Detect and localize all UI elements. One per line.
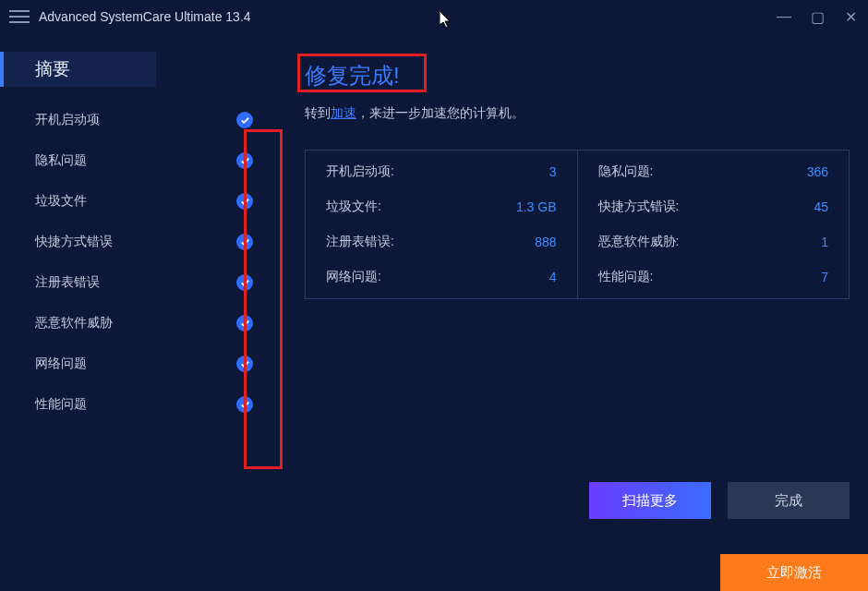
- check-icon: [236, 274, 253, 291]
- stat-row: 网络问题: 4: [306, 259, 577, 295]
- stat-label: 恶意软件威胁:: [598, 234, 680, 250]
- check-icon: [236, 193, 253, 210]
- sidebar-summary[interactable]: 摘要: [0, 46, 286, 92]
- stat-value: 888: [535, 235, 556, 249]
- stats-col-left: 开机启动项: 3 垃圾文件: 1.3 GB 注册表错误: 888 网络问题: 4: [306, 151, 578, 298]
- stat-row: 垃圾文件: 1.3 GB: [306, 189, 577, 224]
- window-controls: — ▢ ✕: [776, 8, 859, 26]
- sidebar-item-label: 性能问题: [35, 396, 87, 413]
- stat-label: 快捷方式错误:: [598, 199, 680, 215]
- stat-row: 快捷方式错误: 45: [578, 189, 850, 224]
- sidebar-item-startup[interactable]: 开机启动项: [0, 100, 286, 140]
- sidebar: 摘要 开机启动项 隐私问题 垃圾文件 快捷方式错误 注册表错误: [0, 33, 286, 591]
- scan-more-button[interactable]: 扫描更多: [589, 482, 711, 519]
- stat-row: 隐私问题: 366: [578, 154, 850, 189]
- content: 修复完成! 转到加速，来进一步加速您的计算机。 开机启动项: 3 垃圾文件: 1…: [286, 33, 868, 591]
- menu-icon[interactable]: [9, 6, 30, 27]
- sidebar-item-label: 快捷方式错误: [35, 234, 113, 250]
- stats-col-right: 隐私问题: 366 快捷方式错误: 45 恶意软件威胁: 1 性能问题: 7: [578, 151, 850, 298]
- sidebar-item-label: 隐私问题: [35, 152, 87, 169]
- stat-label: 开机启动项:: [326, 163, 394, 180]
- sidebar-item-malware[interactable]: 恶意软件威胁: [0, 303, 286, 344]
- sidebar-item-performance[interactable]: 性能问题: [0, 384, 286, 425]
- headline: 修复完成!: [305, 61, 400, 90]
- check-icon: [236, 112, 253, 128]
- titlebar: Advanced SystemCare Ultimate 13.4 — ▢ ✕: [0, 0, 868, 33]
- stat-label: 注册表错误:: [326, 234, 394, 250]
- sidebar-item-junk[interactable]: 垃圾文件: [0, 181, 286, 222]
- check-icon: [236, 152, 253, 169]
- stat-value: 366: [807, 164, 828, 179]
- sidebar-item-label: 网络问题: [35, 356, 87, 372]
- accelerate-link[interactable]: 加速: [331, 105, 356, 120]
- done-button[interactable]: 完成: [728, 482, 850, 519]
- stat-label: 垃圾文件:: [326, 199, 381, 215]
- check-icon: [236, 396, 253, 413]
- stat-value: 45: [814, 199, 828, 214]
- stat-value: 7: [821, 270, 828, 284]
- stats-grid: 开机启动项: 3 垃圾文件: 1.3 GB 注册表错误: 888 网络问题: 4: [305, 150, 850, 299]
- check-icon: [236, 234, 253, 250]
- subline-prefix: 转到: [305, 105, 331, 120]
- minimize-button[interactable]: —: [776, 8, 792, 25]
- stat-value: 1: [821, 235, 828, 249]
- activate-button[interactable]: 立即激活: [720, 554, 868, 591]
- sidebar-item-label: 注册表错误: [35, 274, 100, 291]
- sidebar-item-shortcut[interactable]: 快捷方式错误: [0, 222, 286, 262]
- stat-label: 隐私问题:: [598, 163, 654, 180]
- button-row: 扫描更多 完成: [589, 482, 850, 519]
- sidebar-item-label: 开机启动项: [35, 112, 100, 128]
- check-icon: [236, 356, 253, 372]
- stat-value: 3: [549, 164, 557, 179]
- subline: 转到加速，来进一步加速您的计算机。: [305, 105, 850, 122]
- sidebar-summary-label: 摘要: [35, 57, 70, 81]
- stat-row: 性能问题: 7: [578, 259, 850, 295]
- close-button[interactable]: ✕: [842, 8, 859, 26]
- maximize-button[interactable]: ▢: [809, 8, 826, 26]
- stat-label: 性能问题:: [598, 269, 654, 285]
- sidebar-item-privacy[interactable]: 隐私问题: [0, 140, 286, 181]
- stat-value: 1.3 GB: [516, 199, 557, 214]
- sidebar-item-network[interactable]: 网络问题: [0, 344, 286, 384]
- stat-label: 网络问题:: [326, 269, 381, 285]
- subline-suffix: ，来进一步加速您的计算机。: [356, 105, 524, 120]
- check-icon: [236, 315, 253, 332]
- stat-row: 开机启动项: 3: [306, 154, 577, 189]
- sidebar-item-registry[interactable]: 注册表错误: [0, 262, 286, 303]
- stat-value: 4: [549, 270, 557, 284]
- sidebar-item-label: 垃圾文件: [35, 193, 87, 210]
- stat-row: 恶意软件威胁: 1: [578, 224, 850, 259]
- sidebar-item-label: 恶意软件威胁: [35, 315, 113, 332]
- app-title: Advanced SystemCare Ultimate 13.4: [39, 9, 776, 24]
- stat-row: 注册表错误: 888: [306, 224, 577, 259]
